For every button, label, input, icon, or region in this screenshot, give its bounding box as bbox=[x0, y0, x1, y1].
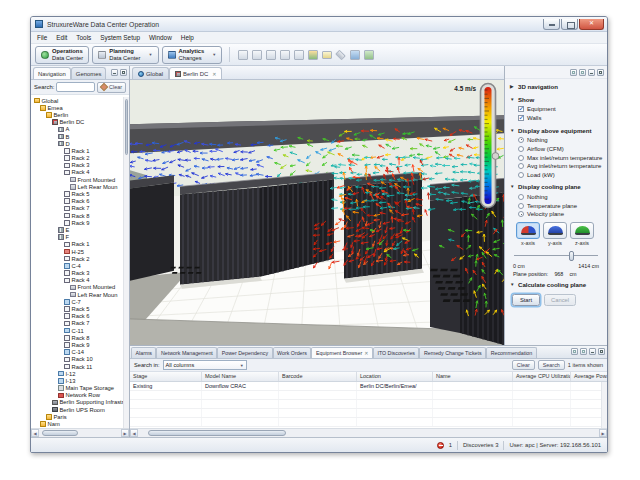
tree-item-c-4[interactable]: C-4 bbox=[31, 262, 129, 269]
panel-minimize-icon[interactable] bbox=[589, 348, 596, 355]
tree-item-berlin[interactable]: Berlin bbox=[31, 111, 129, 118]
tab-alarms[interactable]: Alarms bbox=[131, 347, 156, 359]
tree-item-rack-8[interactable]: Rack 8 bbox=[31, 334, 129, 341]
section-calculate-cooling-plane[interactable]: ▼ Calculate cooling plane bbox=[505, 277, 607, 290]
section-3d-navigation[interactable]: ▶ 3D navigation bbox=[505, 79, 607, 92]
scale-knob[interactable] bbox=[492, 153, 499, 160]
scroll-left-icon[interactable]: ◀ bbox=[31, 429, 39, 437]
tree-item-paris[interactable]: Paris bbox=[31, 413, 129, 420]
export-icon[interactable] bbox=[580, 348, 587, 355]
close-tab-icon[interactable]: ✕ bbox=[364, 350, 368, 356]
radio-plane-temperature-plane[interactable]: Temperature plane bbox=[505, 201, 607, 210]
search-button[interactable]: Search bbox=[538, 360, 565, 370]
operations-mode-button[interactable]: Operations Data Center bbox=[35, 46, 89, 64]
tab-network-management[interactable]: Network Management bbox=[156, 347, 217, 359]
tree-item-network-row[interactable]: Network Row bbox=[31, 392, 129, 399]
clear-search-button[interactable]: Clear bbox=[97, 82, 126, 93]
table-vertical-scrollbar[interactable] bbox=[601, 382, 607, 428]
chevron-down-icon[interactable]: ▼ bbox=[212, 52, 216, 57]
minimize-button[interactable] bbox=[543, 19, 560, 30]
y-axis-button[interactable] bbox=[543, 222, 567, 239]
tree-item-berlin-supporting-infrastru[interactable]: Berlin Supporting Infrastru bbox=[31, 399, 129, 406]
tree-item-rack-11[interactable]: Rack 11 bbox=[31, 363, 129, 370]
tree-item-a[interactable]: A bbox=[31, 126, 129, 133]
redo-icon[interactable] bbox=[265, 49, 276, 60]
radio-plane-nothing[interactable]: Nothing bbox=[505, 192, 607, 201]
analytics-mode-button[interactable]: Analytics Changes ▼ bbox=[162, 46, 223, 64]
close-tab-icon[interactable]: ✕ bbox=[212, 71, 216, 77]
layout-icon[interactable] bbox=[579, 69, 586, 76]
tree-item-b[interactable]: B bbox=[31, 133, 129, 140]
tab-recommendation[interactable]: Recommendation bbox=[486, 347, 537, 359]
radio-icon[interactable] bbox=[518, 146, 524, 152]
tree-horizontal-scrollbar[interactable]: ◀ ▶ bbox=[31, 428, 129, 437]
tree-item-berlin-dc[interactable]: Berlin DC bbox=[31, 119, 129, 126]
radio-plane-velocity-plane[interactable]: Velocity plane bbox=[505, 210, 607, 219]
scroll-right-icon[interactable]: ▶ bbox=[121, 429, 129, 437]
tree-item-nam[interactable]: Nam bbox=[31, 420, 129, 427]
tree-item-rack-2[interactable]: Rack 2 bbox=[31, 155, 129, 162]
scroll-right-icon[interactable]: ▶ bbox=[599, 429, 607, 437]
tree-item-front-mounted[interactable]: Front Mounted bbox=[31, 284, 129, 291]
column-header-stage[interactable]: Stage bbox=[130, 372, 202, 381]
tree-item-h-25[interactable]: H-25 bbox=[31, 248, 129, 255]
table-horizontal-scrollbar[interactable]: ◀ ▶ bbox=[130, 428, 607, 437]
tree-item-rack-4[interactable]: Rack 4 bbox=[31, 277, 129, 284]
discoveries-label[interactable]: Discoveries 3 bbox=[463, 442, 498, 448]
view-options-icon[interactable] bbox=[570, 69, 577, 76]
tree-item-rack-5[interactable]: Rack 5 bbox=[31, 190, 129, 197]
panel-minimize-icon[interactable] bbox=[111, 69, 118, 76]
tab-global[interactable]: Global bbox=[132, 67, 169, 79]
panel-maximize-icon[interactable] bbox=[598, 348, 605, 355]
tree-item-rack-3[interactable]: Rack 3 bbox=[31, 162, 129, 169]
tree-item-rack-1[interactable]: Rack 1 bbox=[31, 147, 129, 154]
slider-thumb[interactable] bbox=[569, 251, 574, 261]
undo-icon[interactable] bbox=[251, 49, 262, 60]
tree-item-rack-7[interactable]: Rack 7 bbox=[31, 320, 129, 327]
search-input[interactable] bbox=[56, 82, 95, 92]
section-show[interactable]: ▼ Show bbox=[505, 92, 607, 105]
column-header-location[interactable]: Location bbox=[357, 372, 433, 381]
search-in-select[interactable]: All columns ▼ bbox=[163, 360, 247, 370]
column-header-model-name[interactable]: Model Name bbox=[202, 372, 279, 381]
z-axis-button[interactable] bbox=[570, 222, 594, 239]
checkbox-icon[interactable] bbox=[518, 115, 524, 121]
3d-scene[interactable] bbox=[130, 80, 504, 345]
radio-icon[interactable] bbox=[518, 194, 524, 200]
radio-icon[interactable] bbox=[518, 211, 524, 217]
tree-item-e[interactable]: E bbox=[31, 226, 129, 233]
panel-minimize-icon[interactable] bbox=[588, 69, 595, 76]
radio-icon[interactable] bbox=[518, 137, 524, 143]
tree-item-rack-6[interactable]: Rack 6 bbox=[31, 313, 129, 320]
menu-system-setup[interactable]: System Setup bbox=[100, 34, 140, 41]
tree-item-rack-7[interactable]: Rack 7 bbox=[31, 205, 129, 212]
chevron-down-icon[interactable]: ▼ bbox=[149, 52, 153, 57]
menu-tools[interactable]: Tools bbox=[76, 34, 91, 41]
tree-item-rack-3[interactable]: Rack 3 bbox=[31, 270, 129, 277]
menu-window[interactable]: Window bbox=[149, 34, 172, 41]
tree-item-c-7[interactable]: C-7 bbox=[31, 298, 129, 305]
tree-item-rack-1[interactable]: Rack 1 bbox=[31, 241, 129, 248]
tab-navigation[interactable]: Navigation bbox=[33, 67, 71, 79]
tree-item-f[interactable]: F bbox=[31, 234, 129, 241]
menu-edit[interactable]: Edit bbox=[56, 34, 67, 41]
velocity-color-scale[interactable] bbox=[478, 82, 499, 210]
tree-item-rack-10[interactable]: Rack 10 bbox=[31, 356, 129, 363]
tree-item-i-13[interactable]: I-13 bbox=[31, 377, 129, 384]
maximize-button[interactable] bbox=[561, 19, 578, 30]
radio-above-max-inlet-return-temperature[interactable]: Max inlet/return temperature bbox=[505, 153, 607, 162]
screenshot-icon[interactable] bbox=[307, 49, 318, 60]
panel-maximize-icon[interactable] bbox=[120, 69, 127, 76]
tab-work-orders[interactable]: Work Orders bbox=[273, 347, 312, 359]
radio-above-airflow-cfm[interactable]: Airflow (CFM) bbox=[505, 144, 607, 153]
tree-item-rack-4[interactable]: Rack 4 bbox=[31, 169, 129, 176]
checkbox-walls[interactable]: Walls bbox=[505, 114, 607, 123]
tree-item-left-rear-moun[interactable]: Left Rear Moun bbox=[31, 291, 129, 298]
tab-remedy-change-tickets[interactable]: Remedy Change Tickets bbox=[419, 347, 486, 359]
clear-filter-button[interactable]: Clear bbox=[512, 360, 535, 370]
radio-icon[interactable] bbox=[518, 155, 524, 161]
column-header-name[interactable]: Name bbox=[433, 372, 513, 381]
menu-file[interactable]: File bbox=[37, 34, 47, 41]
3d-viewport[interactable]: 4.5 m/s bbox=[130, 80, 504, 345]
tab-berlin-dc[interactable]: Berlin DC ✕ bbox=[169, 67, 222, 79]
